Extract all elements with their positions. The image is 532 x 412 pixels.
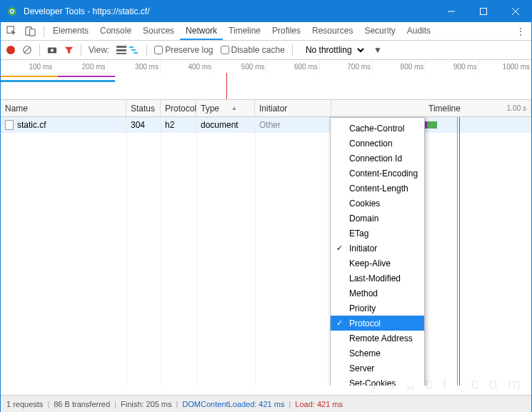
toggle-device-icon[interactable] xyxy=(24,25,36,38)
load-marker xyxy=(226,73,227,99)
tab-network[interactable]: Network xyxy=(180,22,223,40)
menu-item-initiator[interactable]: Initiator xyxy=(331,241,424,256)
column-type[interactable]: Type xyxy=(196,100,255,116)
menu-item-priority[interactable]: Priority xyxy=(331,301,424,316)
load-line xyxy=(459,117,460,386)
svg-point-2 xyxy=(11,10,14,13)
menu-item-scheme[interactable]: Scheme xyxy=(331,346,424,361)
filter-icon[interactable] xyxy=(64,46,74,55)
window-titlebar: Developer Tools - https://static.cf/ xyxy=(1,1,531,22)
cell-type: document xyxy=(196,117,255,133)
menu-item-content-length[interactable]: Content-Length xyxy=(331,181,424,196)
divider xyxy=(39,44,40,56)
minimize-button[interactable] xyxy=(435,1,467,22)
timeline-tick: 700 ms xyxy=(319,60,372,73)
menu-item-protocol[interactable]: Protocol xyxy=(331,316,424,331)
more-menu-icon[interactable]: ⋮ xyxy=(514,26,527,37)
window-title: Developer Tools - https://static.cf/ xyxy=(24,6,435,16)
svg-rect-15 xyxy=(116,49,126,51)
devtools-tabstrip: ElementsConsoleSourcesNetworkTimelinePro… xyxy=(1,22,531,41)
tab-elements[interactable]: Elements xyxy=(47,22,94,40)
maximize-button[interactable] xyxy=(467,1,499,22)
tab-security[interactable]: Security xyxy=(358,22,401,40)
menu-item-connection-id[interactable]: Connection Id xyxy=(331,151,424,166)
timeline-bar xyxy=(58,76,115,77)
status-bar: 1 requests| 86 B transferred| Finish: 20… xyxy=(1,395,531,412)
divider xyxy=(146,44,147,56)
tab-container: ElementsConsoleSourcesNetworkTimelinePro… xyxy=(47,22,436,40)
table-row[interactable]: static.cf 304 h2 document Other xyxy=(1,117,531,133)
column-timeline[interactable]: Timeline 1.00 s xyxy=(331,100,531,116)
tab-console[interactable]: Console xyxy=(94,22,137,40)
menu-item-remote-address[interactable]: Remote Address xyxy=(331,331,424,346)
menu-item-cookies[interactable]: Cookies xyxy=(331,196,424,211)
timeline-tick: 400 ms xyxy=(160,60,213,73)
tab-sources[interactable]: Sources xyxy=(137,22,180,40)
svg-rect-9 xyxy=(29,29,35,36)
status-load: Load: 421 ms xyxy=(295,400,343,408)
tab-audits[interactable]: Audits xyxy=(401,22,436,40)
timeline-tick: 500 ms xyxy=(213,60,266,73)
timeline-tick: 800 ms xyxy=(372,60,425,73)
timeline-overview[interactable]: 100 ms200 ms300 ms400 ms500 ms600 ms700 … xyxy=(1,60,531,100)
tab-resources[interactable]: Resources xyxy=(306,22,358,40)
status-requests: 1 requests xyxy=(6,400,43,408)
capture-screenshot-icon[interactable] xyxy=(47,46,57,54)
close-button[interactable] xyxy=(499,1,531,22)
dropdown-icon[interactable]: ▼ xyxy=(373,45,382,55)
cell-initiator: Other xyxy=(255,117,331,133)
svg-rect-17 xyxy=(129,46,134,48)
timeline-header-right: 1.00 s xyxy=(507,104,526,112)
tab-timeline[interactable]: Timeline xyxy=(223,22,266,40)
file-icon xyxy=(5,120,14,130)
divider xyxy=(292,44,293,56)
menu-item-content-encoding[interactable]: Content-Encoding xyxy=(331,166,424,181)
column-name[interactable]: Name xyxy=(1,100,126,116)
menu-item-domain[interactable]: Domain xyxy=(331,211,424,226)
menu-item-connection[interactable]: Connection xyxy=(331,136,424,151)
menu-item-server[interactable]: Server xyxy=(331,361,424,376)
timeline-tick: 300 ms xyxy=(107,60,160,73)
window-buttons xyxy=(435,1,531,22)
svg-rect-4 xyxy=(480,9,486,15)
inspect-element-icon[interactable] xyxy=(5,25,18,38)
dcl-line xyxy=(457,117,458,386)
status-finish: Finish: 205 ms xyxy=(121,400,172,408)
menu-item-method[interactable]: Method xyxy=(331,286,424,301)
timeline-tick: 600 ms xyxy=(266,60,318,73)
menu-item-set-cookies[interactable]: Set-Cookies xyxy=(331,376,424,386)
timeline-tick: 1000 ms xyxy=(478,60,531,73)
table-body: static.cf 304 h2 document Other Cache-Co… xyxy=(1,117,531,386)
menu-item-etag[interactable]: ETag xyxy=(331,226,424,241)
divider xyxy=(44,26,44,37)
waterfall-icon[interactable] xyxy=(129,45,139,55)
timeline-bar xyxy=(1,76,58,77)
cell-status: 304 xyxy=(126,117,161,133)
preserve-log-checkbox[interactable]: Preserve log xyxy=(154,45,213,55)
tab-profiles[interactable]: Profiles xyxy=(266,22,306,40)
svg-point-13 xyxy=(51,49,54,51)
large-rows-icon[interactable] xyxy=(116,45,126,55)
timeline-tick: 900 ms xyxy=(425,60,478,73)
timeline-header-label: Timeline xyxy=(428,104,461,114)
chrome-devtools-icon xyxy=(6,6,18,17)
column-protocol[interactable]: Protocol xyxy=(161,100,196,116)
throttling-select[interactable]: No throttling xyxy=(300,44,366,56)
timeline-bar xyxy=(1,80,115,82)
column-initiator[interactable]: Initiator xyxy=(255,100,331,116)
menu-item-cache-control[interactable]: Cache-Control xyxy=(331,121,424,136)
status-transferred: 86 B transferred xyxy=(54,400,110,408)
svg-rect-16 xyxy=(116,53,126,54)
table-header: Name Status Protocol Type Initiator Time… xyxy=(1,100,531,117)
svg-rect-18 xyxy=(131,49,136,51)
menu-item-last-modified[interactable]: Last-Modified xyxy=(331,271,424,286)
record-button[interactable] xyxy=(6,46,15,54)
menu-item-keep-alive[interactable]: Keep-Alive xyxy=(331,256,424,271)
clear-icon[interactable] xyxy=(22,45,32,55)
svg-rect-19 xyxy=(134,52,138,54)
cell-protocol: h2 xyxy=(161,117,196,133)
disable-cache-checkbox[interactable]: Disable cache xyxy=(221,45,285,55)
timeline-tick: 200 ms xyxy=(54,60,106,73)
column-status[interactable]: Status xyxy=(126,100,161,116)
column-context-menu: Cache-ControlConnectionConnection IdCont… xyxy=(330,117,425,386)
